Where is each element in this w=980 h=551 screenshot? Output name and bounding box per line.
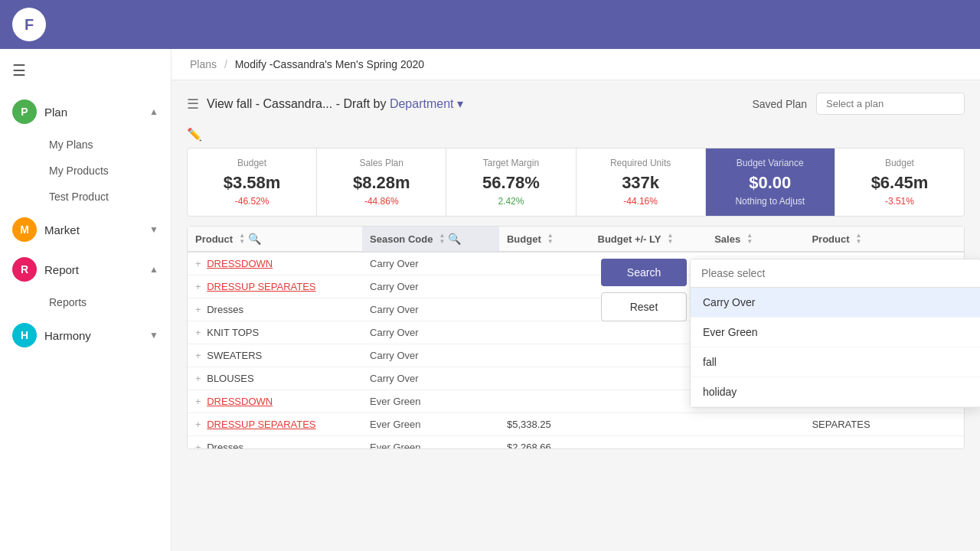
view-title: View fall - Cassandra... - Draft by Depa… (207, 96, 463, 111)
breadcrumb: Plans / Modify -Cassandra's Men's Spring… (172, 49, 980, 80)
metric-label-2: Target Margin (459, 158, 563, 168)
plan-sub-items: My Plans My Products Test Product (0, 132, 171, 210)
th-product: Product ▲▼ 🔍 (188, 227, 362, 252)
sort-icon-product-2[interactable]: ▲▼ (856, 233, 862, 245)
cell-budget-0 (499, 252, 590, 276)
product-name-4: SWEATERS (207, 350, 262, 361)
hamburger-button[interactable]: ☰ (0, 49, 171, 92)
chevron-down-icon-harmony: ▼ (149, 330, 158, 341)
topbar: F (0, 0, 980, 49)
product-name-2: Dresses (207, 304, 243, 315)
expand-btn-6[interactable]: + (195, 396, 201, 407)
sort-icon-season[interactable]: ▲▼ (439, 233, 445, 245)
sort-icon-sales[interactable]: ▲▼ (746, 233, 753, 245)
th-product-2: Product ▲▼ (804, 227, 964, 252)
expand-btn-5[interactable]: + (195, 373, 201, 384)
sidebar-plan-header[interactable]: P Plan ▲ (0, 92, 171, 132)
sidebar-item-my-products[interactable]: My Products (43, 158, 171, 184)
filter-option-holiday[interactable]: holiday (691, 377, 980, 407)
metric-value-3: 337k (589, 173, 693, 193)
cell-season-5: Carry Over (362, 367, 499, 390)
breadcrumb-parent[interactable]: Plans (190, 58, 217, 70)
cell-budget-8: $2,268.66 (499, 436, 590, 449)
cell-product2-7: SEPARATES (804, 413, 964, 436)
filter-option-ever-green[interactable]: Ever Green (691, 318, 980, 347)
chevron-down-icon-market: ▼ (149, 224, 158, 235)
search-icon-season[interactable]: 🔍 (448, 233, 461, 245)
table-wrapper: Product ▲▼ 🔍 Season Code ▲▼ (187, 226, 965, 449)
product-name-3: KNIT TOPS (207, 327, 259, 338)
product-name-7[interactable]: DRESSUP SEPARATES (207, 419, 315, 430)
metric-value-0: $3.58m (200, 173, 304, 193)
cell-product-0: + DRESSDOWN (188, 252, 362, 276)
sidebar-report-header[interactable]: R Report ▲ (0, 249, 171, 289)
expand-btn-1[interactable]: + (195, 281, 201, 292)
table-row: + Dresses Ever Green $2,268.66 (188, 436, 964, 449)
filter-option-carry-over[interactable]: Carry Over (691, 288, 980, 318)
view-list-icon: ☰ (187, 96, 199, 112)
breadcrumb-separator: / (224, 58, 227, 70)
filter-reset-button[interactable]: Reset (601, 292, 687, 321)
metric-card-budget: Budget $3.58m -46.52% (188, 148, 317, 216)
edit-icon[interactable]: ✏️ (187, 128, 202, 141)
sidebar: ☰ P Plan ▲ My Plans My Products Test Pro… (0, 49, 172, 551)
saved-plan-label: Saved Plan (752, 98, 807, 110)
sidebar-item-test-product[interactable]: Test Product (43, 184, 171, 210)
cell-product-1: + DRESSUP SEPARATES (188, 276, 362, 298)
app-logo: F (12, 8, 46, 41)
th-sales: Sales ▲▼ (707, 227, 804, 252)
metric-card-budget-variance: Budget Variance $0.00 Nothing to Adjust (706, 148, 835, 216)
sort-icon-budget-ly[interactable]: ▲▼ (667, 233, 673, 245)
cell-season-2: Carry Over (362, 298, 499, 321)
expand-btn-2[interactable]: + (195, 304, 201, 315)
cell-season-0: Carry Over (362, 252, 499, 276)
search-icon-product[interactable]: 🔍 (248, 233, 261, 245)
filter-search-input[interactable] (691, 259, 980, 288)
metric-value-5: $6.45m (848, 173, 952, 193)
expand-btn-4[interactable]: + (195, 350, 201, 361)
cell-budget-3 (499, 321, 590, 344)
cell-product-7: + DRESSUP SEPARATES (188, 413, 362, 436)
expand-btn-7[interactable]: + (195, 419, 201, 430)
content-area: Plans / Modify -Cassandra's Men's Spring… (172, 49, 980, 551)
expand-btn-8[interactable]: + (195, 442, 201, 448)
metric-value-1: $8.28m (329, 173, 433, 193)
metric-change-2: 2.42% (459, 196, 563, 207)
cell-product-2: + Dresses (188, 298, 362, 321)
product-name-0[interactable]: DRESSDOWN (207, 258, 273, 269)
product-name-6[interactable]: DRESSDOWN (207, 396, 273, 407)
chevron-up-icon-report: ▲ (149, 264, 158, 275)
filter-search-button[interactable]: Search (601, 259, 687, 286)
th-budget: Budget ▲▼ (499, 227, 590, 252)
metric-label-0: Budget (200, 158, 304, 168)
report-sub-items: Reports (0, 289, 171, 315)
breadcrumb-current: Modify -Cassandra's Men's Spring 2020 (235, 58, 424, 70)
avatar-market: M (12, 217, 37, 242)
expand-btn-3[interactable]: + (195, 327, 201, 338)
cell-product-4: + SWEATERS (188, 344, 362, 367)
plan-content: ☰ View fall - Cassandra... - Draft by De… (172, 80, 980, 551)
sidebar-market-header[interactable]: M Market ▼ (0, 210, 171, 249)
sidebar-item-my-plans[interactable]: My Plans (43, 132, 171, 158)
metric-label-1: Sales Plan (329, 158, 433, 168)
metric-card-sales-plan: Sales Plan $8.28m -44.86% (317, 148, 446, 216)
sidebar-harmony-header[interactable]: H Harmony ▼ (0, 315, 171, 355)
sort-icon-product[interactable]: ▲▼ (239, 233, 245, 245)
sidebar-section-report: R Report ▲ Reports (0, 249, 171, 315)
cell-budget-7: $5,338.25 (499, 413, 590, 436)
cell-season-3: Carry Over (362, 321, 499, 344)
sidebar-section-harmony: H Harmony ▼ (0, 315, 171, 355)
cell-budget-5 (499, 367, 590, 390)
saved-plan-input[interactable] (816, 93, 965, 115)
avatar-report: R (12, 257, 37, 282)
expand-btn-0[interactable]: + (195, 258, 201, 269)
filter-option-fall[interactable]: fall (691, 347, 980, 377)
cell-sales-7 (707, 413, 804, 436)
cell-budget-ly-8 (590, 436, 707, 449)
sort-icon-budget[interactable]: ▲▼ (547, 233, 554, 245)
sidebar-item-reports[interactable]: Reports (43, 289, 171, 315)
filter-overlay: Search Reset Carry Over Ever Green fall … (601, 259, 687, 321)
th-budget-ly: Budget +/- LY ▲▼ (590, 227, 707, 252)
department-link[interactable]: Department ▾ (390, 97, 463, 110)
product-name-1[interactable]: DRESSUP SEPARATES (207, 281, 315, 292)
